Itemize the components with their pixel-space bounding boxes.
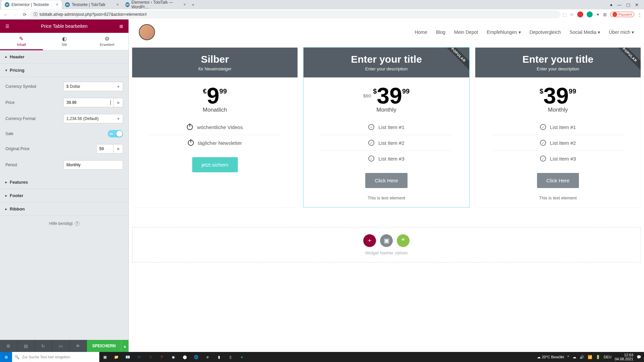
main-nav: Home Blog Mein Depot Empfehlungen ▾ Depo… [415, 29, 634, 35]
extension-icon[interactable] [587, 11, 593, 17]
browser-tab-1[interactable]: W Testseite | TobiTalk × [62, 0, 122, 9]
avatar[interactable] [139, 24, 155, 40]
sale-toggle[interactable]: ON [108, 130, 123, 137]
browser-tab-0[interactable]: W Elementor | Testseite × [1, 0, 62, 9]
tab-strip: W Elementor | Testseite × W Testseite | … [0, 0, 644, 9]
close-icon[interactable]: × [183, 2, 186, 7]
tab-inhalt[interactable]: ✎ Inhalt [0, 33, 43, 50]
widgets-icon[interactable]: ⊞ [116, 21, 126, 31]
tab-erweitert[interactable]: ⚙ Erweitert [86, 33, 128, 50]
browser-tab-2[interactable]: W Elementor ‹ TobiTalk — WordPr… × [122, 0, 189, 9]
wordpress-icon: W [65, 2, 70, 7]
section-header-header[interactable]: ▸ Header [0, 50, 128, 64]
cta-button[interactable]: jetzt sichern [192, 157, 238, 172]
price-integer: 39 [543, 85, 569, 106]
nav-item-social[interactable]: Social Media ▾ [570, 29, 600, 35]
price-table-head: POPULAR Enter your title Enter your desc… [304, 48, 469, 77]
bookmark-icon[interactable]: ☆ [570, 12, 574, 17]
nav-item-empfehlungen[interactable]: Empfehlungen ▾ [487, 29, 521, 35]
price-table-1[interactable]: POPULAR Enter your title Enter your desc… [304, 48, 469, 207]
section-header-pricing[interactable]: ▾ Pricing [0, 64, 128, 77]
template-button[interactable]: ▣ [380, 234, 393, 247]
feature-text: List Item #1 [378, 124, 405, 130]
account-icon[interactable]: ● [610, 2, 612, 7]
favorites-button[interactable]: ❝ [397, 234, 410, 247]
browser-chrome: W Elementor | Testseite × W Testseite | … [0, 0, 644, 19]
save-options-button[interactable]: ▴ [121, 340, 128, 352]
price-tables-section[interactable]: Silber für Neueinsteiger € 9 99 Monatlic… [129, 45, 644, 214]
forward-button[interactable]: → [11, 12, 19, 17]
period-input[interactable] [63, 160, 123, 170]
nav-item-home[interactable]: Home [415, 29, 427, 35]
minimize-icon[interactable]: — [617, 2, 622, 7]
currency-format-select[interactable]: 1,234.56 (Default) ▼ [63, 114, 123, 123]
widget-drop-zone[interactable]: + ▣ ❝ Widget hierher ziehen [132, 227, 641, 262]
navigator-icon[interactable]: ▤ [17, 340, 35, 352]
section-header-ribbon[interactable]: ▸ Ribbon [0, 202, 128, 216]
nav-item-depot[interactable]: Mein Depot [454, 29, 478, 35]
panel-tabs: ✎ Inhalt ◐ Stil ⚙ Erweitert [0, 33, 128, 50]
sale-label: Sale [5, 131, 13, 136]
price-fraction: 99 [569, 87, 576, 95]
section-header-footer[interactable]: ▸ Footer [0, 189, 128, 202]
footer-text: This is text element [368, 195, 405, 207]
nav-item-depotvergleich[interactable]: Depotvergleich [530, 29, 561, 35]
caret-right-icon: ▸ [5, 55, 7, 59]
back-button[interactable]: ← [2, 12, 9, 17]
reading-list-icon[interactable]: ⊞ [603, 12, 607, 17]
help-icon: ? [75, 221, 79, 226]
sidebar-footer: ⚙ ▤ ↻ ▭ 👁 SPEICHERN ▴ [0, 340, 128, 352]
profile-paused-pill[interactable]: Pausiert [610, 12, 634, 17]
close-icon[interactable]: × [56, 2, 58, 7]
cta-button[interactable]: Click Here [365, 173, 407, 188]
tab-stil[interactable]: ◐ Stil [43, 33, 86, 50]
menu-icon[interactable]: ⋮ [638, 12, 642, 17]
close-icon[interactable]: × [116, 2, 119, 7]
responsive-icon[interactable]: ▭ [52, 340, 69, 352]
currency-symbol: $ [373, 87, 377, 95]
feature-item: ✓List Item #1 [492, 119, 624, 135]
reload-button[interactable]: ⟳ [21, 12, 28, 17]
canvas[interactable]: Home Blog Mein Depot Empfehlungen ▾ Depo… [129, 19, 644, 352]
feature-item: wöchentliche Videos [149, 119, 281, 135]
price-table-0[interactable]: Silber für Neueinsteiger € 9 99 Monatlic… [132, 48, 298, 207]
tab-label: Testseite | TobiTalk [72, 2, 105, 7]
preview-icon[interactable]: 👁 [69, 340, 87, 352]
cta-button[interactable]: Click Here [537, 173, 579, 188]
dynamic-tags-button[interactable]: ≡ [114, 144, 123, 154]
section-header-features[interactable]: ▸ Features [0, 176, 128, 189]
extensions-icon[interactable]: ✦ [596, 12, 600, 17]
check-icon: ✓ [540, 124, 546, 130]
power-icon [187, 124, 193, 130]
nav-item-blog[interactable]: Blog [436, 29, 445, 35]
currency-symbol-select[interactable]: $ Dollar ▼ [63, 82, 123, 91]
save-button[interactable]: SPEICHERN [87, 340, 121, 352]
price-table-subtitle: Enter your description [307, 66, 466, 71]
new-tab-button[interactable]: + [189, 2, 197, 7]
feature-item: ✓List Item #3 [492, 151, 624, 166]
caret-right-icon: ▸ [5, 180, 7, 184]
menu-icon[interactable]: ☰ [3, 21, 12, 31]
add-section-button[interactable]: + [363, 234, 376, 247]
original-price-input[interactable] [96, 144, 114, 154]
nav-item-ueber[interactable]: Über mich ▾ [609, 29, 634, 35]
price-table-2[interactable]: POPULAR Enter your title Enter your desc… [475, 48, 641, 207]
caret-right-icon: ▸ [5, 207, 7, 211]
check-icon: ✓ [540, 156, 546, 162]
settings-icon[interactable]: ⚙ [0, 340, 17, 352]
wordpress-icon: W [125, 2, 129, 7]
site-info-icon[interactable]: ⓘ [34, 12, 38, 17]
help-link[interactable]: Hilfe benötigt ? [0, 216, 128, 231]
share-icon[interactable]: ⬚ [562, 12, 567, 17]
price-input[interactable] [63, 98, 114, 107]
check-icon: ✓ [368, 124, 374, 130]
history-icon[interactable]: ↻ [35, 340, 52, 352]
close-icon[interactable]: ✕ [635, 2, 639, 7]
url-field[interactable]: ⓘ tobitalk.at/wp-admin/post.php?post=627… [30, 10, 560, 18]
extension-icon[interactable] [577, 11, 583, 17]
check-icon: ✓ [368, 140, 374, 146]
dynamic-tags-button[interactable]: ≡ [114, 98, 123, 107]
drop-hint-text: Widget hierher ziehen [365, 250, 408, 255]
price-table-head: POPULAR Enter your title Enter your desc… [475, 48, 641, 77]
maximize-icon[interactable]: ▢ [626, 2, 630, 7]
